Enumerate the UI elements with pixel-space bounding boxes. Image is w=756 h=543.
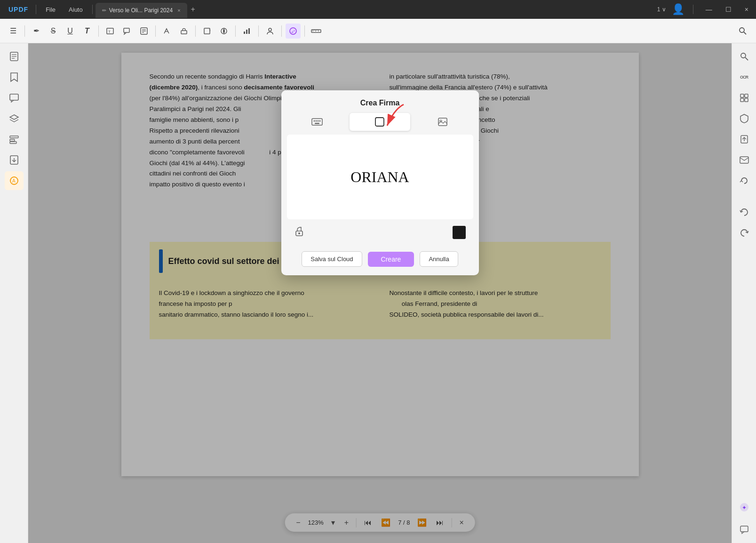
svg-point-51 <box>298 232 300 234</box>
menu-file[interactable]: File <box>39 0 62 19</box>
protect-panel-btn[interactable] <box>735 109 754 128</box>
right-sidebar: OCR ✦ <box>732 43 756 543</box>
email-panel-btn[interactable] <box>735 151 754 169</box>
user-avatar[interactable]: 👤 <box>672 3 684 16</box>
sidebar-pages-btn[interactable] <box>5 47 24 66</box>
share-panel-btn[interactable] <box>735 130 754 149</box>
close-btn[interactable]: × <box>741 4 752 15</box>
search-toolbar-btn[interactable] <box>735 24 750 39</box>
color-picker-swatch[interactable] <box>453 226 466 239</box>
svg-rect-60 <box>740 157 748 163</box>
svg-rect-2 <box>124 28 129 32</box>
new-tab-btn[interactable]: + <box>187 5 199 14</box>
svg-point-42 <box>314 120 315 122</box>
purple-tool-btn[interactable]: 🖊 <box>286 24 301 39</box>
tab-edit-icon: ✏ <box>102 8 106 14</box>
rotate-panel-btn[interactable] <box>735 171 754 190</box>
undo-btn[interactable] <box>735 203 754 222</box>
svg-rect-33 <box>10 142 16 144</box>
svg-rect-32 <box>10 139 15 141</box>
stamp-btn[interactable] <box>176 24 191 39</box>
toolbar-sep8 <box>304 25 305 37</box>
tab-label: Verso le Oli... Parigi 2024 <box>109 7 173 14</box>
app-logo: UPDF <box>4 4 33 15</box>
svg-rect-12 <box>246 30 247 34</box>
create-signature-btn[interactable]: Creare <box>368 252 414 267</box>
modal-overlay: Crea Firma <box>28 43 732 543</box>
comment-panel-btn[interactable] <box>735 520 754 539</box>
reader-mode-btn[interactable]: ☰ <box>6 24 21 39</box>
svg-line-53 <box>745 57 748 60</box>
search-panel-btn[interactable] <box>735 47 754 66</box>
user-field-btn[interactable] <box>263 24 278 39</box>
chart-btn[interactable] <box>239 24 255 39</box>
sidebar-extract-btn[interactable] <box>5 151 24 169</box>
svg-rect-56 <box>740 98 744 102</box>
svg-rect-13 <box>248 28 250 34</box>
title-sep <box>36 5 36 14</box>
document-tab[interactable]: ✏ Verso le Oli... Parigi 2024 × <box>95 3 187 18</box>
text-tool-btn[interactable]: T <box>80 24 95 39</box>
pen-tool-btn[interactable]: ✒ <box>29 24 44 39</box>
trackpad-tab-btn[interactable] <box>350 113 410 131</box>
svg-rect-46 <box>315 123 319 124</box>
svg-rect-63 <box>740 526 748 532</box>
svg-point-23 <box>740 28 744 32</box>
main-toolbar: ☰ ✒ S U T T 🖊 <box>0 19 756 43</box>
maximize-btn[interactable]: ☐ <box>722 4 735 15</box>
modal-tabs <box>287 113 473 131</box>
sidebar-fields-btn[interactable] <box>5 130 24 149</box>
svg-rect-11 <box>244 32 245 34</box>
svg-point-14 <box>269 28 271 31</box>
modal-footer <box>287 221 473 244</box>
svg-text:T: T <box>108 30 111 34</box>
save-cloud-btn[interactable]: Salva sul Cloud <box>302 251 362 267</box>
tab-close-btn[interactable]: × <box>177 8 180 13</box>
svg-rect-31 <box>10 136 18 138</box>
modal-title: Crea Firma <box>281 90 479 113</box>
toolbar-sep5 <box>235 25 236 37</box>
ai-panel-btn[interactable]: ✦ <box>735 498 754 517</box>
sidebar-layers-btn[interactable] <box>5 109 24 128</box>
text-callout-btn[interactable] <box>119 24 135 39</box>
svg-rect-9 <box>204 28 210 34</box>
toolbar-sep3 <box>155 25 156 37</box>
sidebar-active-tool-btn[interactable]: A <box>5 171 24 190</box>
svg-text:🖊: 🖊 <box>291 30 295 34</box>
redo-btn[interactable] <box>735 224 754 243</box>
toolbar-sep7 <box>281 25 282 37</box>
lock-icon <box>294 226 304 239</box>
shape-btn[interactable] <box>199 24 215 39</box>
sidebar-bookmark-btn[interactable] <box>5 68 24 87</box>
highlight-btn[interactable] <box>159 24 175 39</box>
minimize-btn[interactable]: — <box>702 4 716 15</box>
main-area: A Secondo un recente sondaggio di Harris… <box>0 43 756 543</box>
sidebar-comments-btn[interactable] <box>5 88 24 107</box>
keyboard-tab-btn[interactable] <box>287 113 348 131</box>
svg-point-52 <box>741 53 746 58</box>
toolbar-sep6 <box>258 25 259 37</box>
window-controls: 1 ∨ 👤 — ☐ × <box>657 3 752 16</box>
toolbar-sep2 <box>98 25 99 37</box>
measure-btn[interactable] <box>309 24 324 39</box>
menu-help[interactable]: Aiuto <box>62 0 89 19</box>
pdf-content: Secondo un recente sondaggio di Harris I… <box>28 43 732 543</box>
image-tab-btn[interactable] <box>412 113 473 131</box>
svg-rect-54 <box>740 94 744 97</box>
title-sep2 <box>92 5 93 14</box>
strikethrough-btn[interactable]: S <box>46 24 61 39</box>
svg-text:A: A <box>12 178 16 184</box>
text-box-btn[interactable]: T <box>103 24 118 39</box>
ocr-panel-btn[interactable]: OCR <box>735 68 754 87</box>
signature-text-input[interactable] <box>287 168 473 186</box>
underline-btn[interactable]: U <box>63 24 78 39</box>
svg-rect-55 <box>745 94 748 97</box>
svg-line-24 <box>744 32 746 34</box>
organize-panel-btn[interactable] <box>735 88 754 107</box>
titlebar: UPDF File Aiuto ✏ Verso le Oli... Parigi… <box>0 0 756 19</box>
color-btn[interactable] <box>216 24 231 39</box>
markup-btn[interactable] <box>136 24 151 39</box>
signature-drawing-area[interactable] <box>287 135 473 219</box>
cancel-btn[interactable]: Annulla <box>420 251 458 267</box>
svg-point-45 <box>319 120 321 122</box>
